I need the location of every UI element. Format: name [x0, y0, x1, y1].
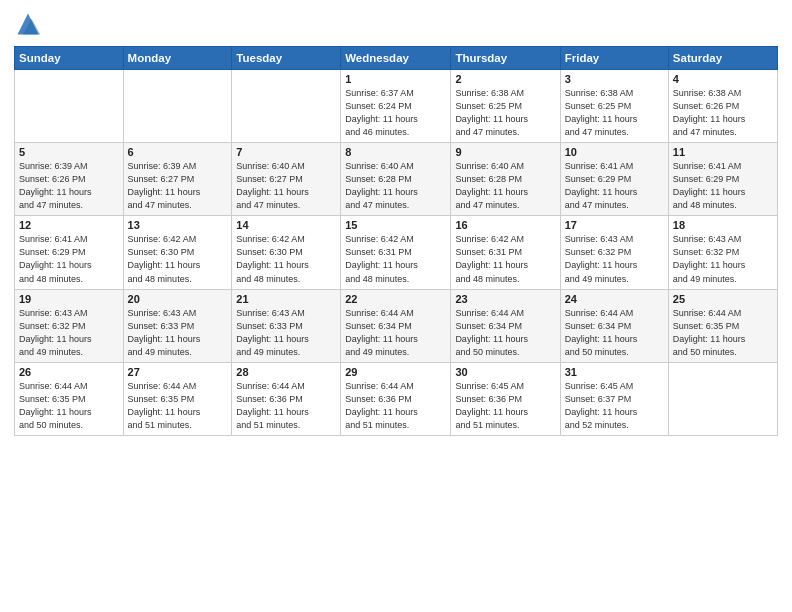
calendar-header-friday: Friday	[560, 47, 668, 70]
day-info: Sunrise: 6:42 AM Sunset: 6:31 PM Dayligh…	[455, 233, 555, 285]
calendar-cell: 14Sunrise: 6:42 AM Sunset: 6:30 PM Dayli…	[232, 216, 341, 289]
day-info: Sunrise: 6:42 AM Sunset: 6:30 PM Dayligh…	[128, 233, 228, 285]
day-number: 19	[19, 293, 119, 305]
day-number: 23	[455, 293, 555, 305]
calendar-cell: 29Sunrise: 6:44 AM Sunset: 6:36 PM Dayli…	[341, 362, 451, 435]
calendar-cell: 6Sunrise: 6:39 AM Sunset: 6:27 PM Daylig…	[123, 143, 232, 216]
calendar-week-row: 12Sunrise: 6:41 AM Sunset: 6:29 PM Dayli…	[15, 216, 778, 289]
calendar-cell: 22Sunrise: 6:44 AM Sunset: 6:34 PM Dayli…	[341, 289, 451, 362]
calendar-cell: 20Sunrise: 6:43 AM Sunset: 6:33 PM Dayli…	[123, 289, 232, 362]
calendar-header-saturday: Saturday	[668, 47, 777, 70]
calendar-cell: 15Sunrise: 6:42 AM Sunset: 6:31 PM Dayli…	[341, 216, 451, 289]
day-number: 31	[565, 366, 664, 378]
day-info: Sunrise: 6:42 AM Sunset: 6:30 PM Dayligh…	[236, 233, 336, 285]
day-number: 5	[19, 146, 119, 158]
day-number: 13	[128, 219, 228, 231]
day-number: 29	[345, 366, 446, 378]
day-number: 2	[455, 73, 555, 85]
day-info: Sunrise: 6:44 AM Sunset: 6:36 PM Dayligh…	[236, 380, 336, 432]
day-info: Sunrise: 6:40 AM Sunset: 6:27 PM Dayligh…	[236, 160, 336, 212]
day-info: Sunrise: 6:38 AM Sunset: 6:25 PM Dayligh…	[455, 87, 555, 139]
day-number: 16	[455, 219, 555, 231]
day-number: 4	[673, 73, 773, 85]
calendar-cell	[15, 70, 124, 143]
day-info: Sunrise: 6:44 AM Sunset: 6:34 PM Dayligh…	[455, 307, 555, 359]
day-info: Sunrise: 6:43 AM Sunset: 6:32 PM Dayligh…	[19, 307, 119, 359]
calendar-cell: 3Sunrise: 6:38 AM Sunset: 6:25 PM Daylig…	[560, 70, 668, 143]
day-number: 3	[565, 73, 664, 85]
day-info: Sunrise: 6:40 AM Sunset: 6:28 PM Dayligh…	[455, 160, 555, 212]
calendar-cell: 27Sunrise: 6:44 AM Sunset: 6:35 PM Dayli…	[123, 362, 232, 435]
day-number: 12	[19, 219, 119, 231]
day-number: 21	[236, 293, 336, 305]
day-info: Sunrise: 6:40 AM Sunset: 6:28 PM Dayligh…	[345, 160, 446, 212]
day-info: Sunrise: 6:42 AM Sunset: 6:31 PM Dayligh…	[345, 233, 446, 285]
calendar-cell	[668, 362, 777, 435]
logo-icon	[14, 10, 42, 38]
day-number: 30	[455, 366, 555, 378]
day-number: 9	[455, 146, 555, 158]
day-number: 27	[128, 366, 228, 378]
calendar-cell: 25Sunrise: 6:44 AM Sunset: 6:35 PM Dayli…	[668, 289, 777, 362]
calendar-cell: 16Sunrise: 6:42 AM Sunset: 6:31 PM Dayli…	[451, 216, 560, 289]
day-number: 28	[236, 366, 336, 378]
calendar-cell: 19Sunrise: 6:43 AM Sunset: 6:32 PM Dayli…	[15, 289, 124, 362]
day-info: Sunrise: 6:43 AM Sunset: 6:33 PM Dayligh…	[128, 307, 228, 359]
calendar-cell: 10Sunrise: 6:41 AM Sunset: 6:29 PM Dayli…	[560, 143, 668, 216]
calendar-cell: 2Sunrise: 6:38 AM Sunset: 6:25 PM Daylig…	[451, 70, 560, 143]
day-info: Sunrise: 6:39 AM Sunset: 6:26 PM Dayligh…	[19, 160, 119, 212]
calendar-cell: 4Sunrise: 6:38 AM Sunset: 6:26 PM Daylig…	[668, 70, 777, 143]
calendar-cell	[232, 70, 341, 143]
day-number: 25	[673, 293, 773, 305]
calendar-cell: 28Sunrise: 6:44 AM Sunset: 6:36 PM Dayli…	[232, 362, 341, 435]
calendar-cell: 17Sunrise: 6:43 AM Sunset: 6:32 PM Dayli…	[560, 216, 668, 289]
calendar-header-row: SundayMondayTuesdayWednesdayThursdayFrid…	[15, 47, 778, 70]
day-info: Sunrise: 6:41 AM Sunset: 6:29 PM Dayligh…	[565, 160, 664, 212]
page: SundayMondayTuesdayWednesdayThursdayFrid…	[0, 0, 792, 612]
day-number: 14	[236, 219, 336, 231]
day-info: Sunrise: 6:37 AM Sunset: 6:24 PM Dayligh…	[345, 87, 446, 139]
calendar-cell: 30Sunrise: 6:45 AM Sunset: 6:36 PM Dayli…	[451, 362, 560, 435]
day-number: 10	[565, 146, 664, 158]
day-info: Sunrise: 6:44 AM Sunset: 6:35 PM Dayligh…	[19, 380, 119, 432]
calendar-header-wednesday: Wednesday	[341, 47, 451, 70]
calendar-cell: 26Sunrise: 6:44 AM Sunset: 6:35 PM Dayli…	[15, 362, 124, 435]
calendar-cell: 8Sunrise: 6:40 AM Sunset: 6:28 PM Daylig…	[341, 143, 451, 216]
day-info: Sunrise: 6:43 AM Sunset: 6:32 PM Dayligh…	[565, 233, 664, 285]
calendar-header-sunday: Sunday	[15, 47, 124, 70]
calendar-table: SundayMondayTuesdayWednesdayThursdayFrid…	[14, 46, 778, 436]
day-info: Sunrise: 6:44 AM Sunset: 6:35 PM Dayligh…	[128, 380, 228, 432]
header	[14, 10, 778, 38]
day-number: 22	[345, 293, 446, 305]
day-info: Sunrise: 6:38 AM Sunset: 6:26 PM Dayligh…	[673, 87, 773, 139]
calendar-cell: 11Sunrise: 6:41 AM Sunset: 6:29 PM Dayli…	[668, 143, 777, 216]
calendar-cell: 21Sunrise: 6:43 AM Sunset: 6:33 PM Dayli…	[232, 289, 341, 362]
day-info: Sunrise: 6:44 AM Sunset: 6:35 PM Dayligh…	[673, 307, 773, 359]
calendar-cell: 12Sunrise: 6:41 AM Sunset: 6:29 PM Dayli…	[15, 216, 124, 289]
calendar-cell: 1Sunrise: 6:37 AM Sunset: 6:24 PM Daylig…	[341, 70, 451, 143]
day-number: 18	[673, 219, 773, 231]
day-info: Sunrise: 6:38 AM Sunset: 6:25 PM Dayligh…	[565, 87, 664, 139]
calendar-header-tuesday: Tuesday	[232, 47, 341, 70]
day-info: Sunrise: 6:41 AM Sunset: 6:29 PM Dayligh…	[673, 160, 773, 212]
day-number: 7	[236, 146, 336, 158]
calendar-cell: 13Sunrise: 6:42 AM Sunset: 6:30 PM Dayli…	[123, 216, 232, 289]
logo	[14, 10, 46, 38]
day-info: Sunrise: 6:44 AM Sunset: 6:34 PM Dayligh…	[565, 307, 664, 359]
calendar-cell	[123, 70, 232, 143]
day-number: 26	[19, 366, 119, 378]
calendar-week-row: 19Sunrise: 6:43 AM Sunset: 6:32 PM Dayli…	[15, 289, 778, 362]
calendar-cell: 9Sunrise: 6:40 AM Sunset: 6:28 PM Daylig…	[451, 143, 560, 216]
day-number: 11	[673, 146, 773, 158]
calendar-cell: 24Sunrise: 6:44 AM Sunset: 6:34 PM Dayli…	[560, 289, 668, 362]
calendar-cell: 18Sunrise: 6:43 AM Sunset: 6:32 PM Dayli…	[668, 216, 777, 289]
day-number: 20	[128, 293, 228, 305]
day-number: 8	[345, 146, 446, 158]
day-info: Sunrise: 6:43 AM Sunset: 6:33 PM Dayligh…	[236, 307, 336, 359]
calendar-header-monday: Monday	[123, 47, 232, 70]
calendar-header-thursday: Thursday	[451, 47, 560, 70]
day-info: Sunrise: 6:44 AM Sunset: 6:34 PM Dayligh…	[345, 307, 446, 359]
calendar-week-row: 26Sunrise: 6:44 AM Sunset: 6:35 PM Dayli…	[15, 362, 778, 435]
day-number: 6	[128, 146, 228, 158]
day-number: 17	[565, 219, 664, 231]
